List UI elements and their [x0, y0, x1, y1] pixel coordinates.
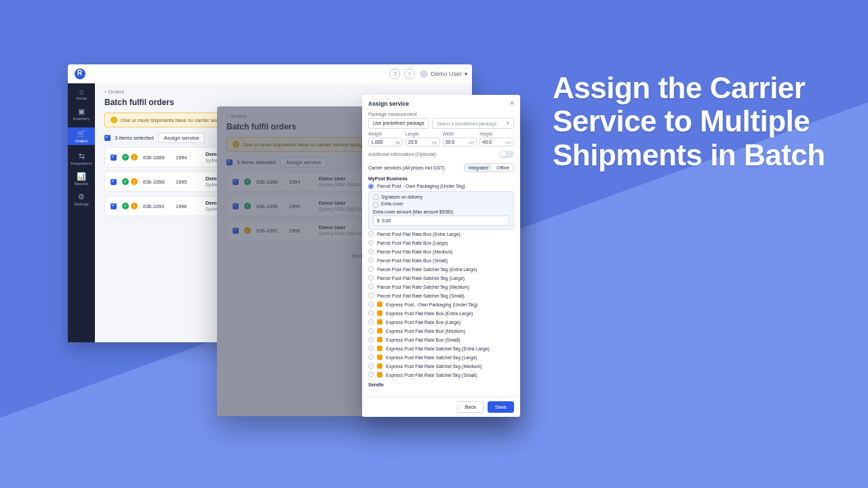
- service-option[interactable]: Parcel Post Flat Rate Satchel 5kg (Small…: [368, 291, 514, 300]
- radio-icon: [368, 319, 374, 325]
- row-checkbox[interactable]: [111, 203, 117, 209]
- service-option[interactable]: Express Post Flat Rate Satchel 5kg (Larg…: [368, 353, 514, 362]
- radio-icon: [368, 293, 374, 298]
- radio-icon: [368, 184, 374, 189]
- additional-info-label: Additional information (Optional): [368, 152, 436, 157]
- carrier-services-label: Carrier services (All prices incl GST): [368, 165, 445, 170]
- topbar: ? ✧ Demo User ▾: [68, 64, 472, 83]
- width-input[interactable]: 30.0cm: [443, 138, 477, 146]
- service-option[interactable]: Parcel Post Flat Rate Satchel 5kg (Extra…: [368, 265, 514, 274]
- predefined-package-select[interactable]: Select a predefined package ▾: [432, 118, 514, 129]
- selected-service-options: Signature on delivery Extra cover Extra …: [368, 191, 514, 230]
- app-logo-icon: [75, 68, 85, 79]
- help-icon[interactable]: ?: [389, 68, 400, 79]
- cart-icon: 🛒: [68, 129, 95, 138]
- service-option[interactable]: Parcel Post Flat Rate Box (Small): [368, 256, 514, 265]
- radio-icon: [368, 354, 374, 360]
- radio-icon: [368, 275, 374, 281]
- hero-headline: Assign the Carrier Service to Multiple S…: [553, 71, 868, 171]
- integrations-icon: ⇆: [68, 152, 95, 161]
- select-all-checkbox[interactable]: [104, 135, 111, 141]
- user-name: Demo User: [431, 70, 462, 77]
- check-icon: ✓: [122, 203, 129, 209]
- radio-icon: [368, 372, 374, 378]
- service-option[interactable]: Express Post Flat Rate Box (Extra Large): [368, 309, 514, 318]
- warning-icon: !: [131, 178, 138, 185]
- service-option[interactable]: Parcel Post Flat Rate Satchel 5kg (Mediu…: [368, 283, 514, 291]
- modal-title: Assign service: [368, 100, 409, 107]
- assign-service-button[interactable]: Assign service: [158, 133, 205, 143]
- sidebar-item-orders[interactable]: 🛒Orders: [68, 127, 95, 145]
- weight-input[interactable]: 1.000kg: [368, 138, 403, 146]
- service-option[interactable]: Express Post - Own Packaging (Under 5kg): [368, 300, 514, 309]
- assign-service-modal: Assign service × Package measurement Use…: [362, 95, 520, 417]
- radio-icon: [368, 231, 374, 237]
- row-checkbox[interactable]: [111, 155, 117, 161]
- express-icon: [377, 319, 382, 325]
- sidebar-item-integrations[interactable]: ⇆Integrations: [68, 152, 95, 165]
- radio-icon: [368, 302, 374, 307]
- service-option[interactable]: Express Post Flat Rate Box (Small): [368, 336, 514, 344]
- service-option[interactable]: Express Post Flat Rate Satchel 5kg (Smal…: [368, 371, 514, 380]
- radio-icon: [368, 328, 374, 333]
- sidebar-item-inventory[interactable]: ▣Inventory: [68, 107, 95, 121]
- save-button[interactable]: Save: [488, 401, 514, 413]
- radio-icon: [368, 363, 374, 369]
- warning-icon: !: [131, 154, 138, 161]
- check-icon: ✓: [122, 154, 129, 161]
- service-option[interactable]: Express Post Flat Rate Satchel 5kg (Medi…: [368, 362, 514, 371]
- express-icon: [377, 363, 382, 369]
- service-option[interactable]: Parcel Post Flat Rate Box (Medium): [368, 247, 514, 256]
- express-icon: [377, 354, 382, 360]
- service-option[interactable]: Express Post Flat Rate Satchel 5kg (Extr…: [368, 344, 514, 353]
- radio-icon: [368, 258, 374, 263]
- warning-icon: !: [111, 117, 117, 123]
- avatar-icon: [420, 70, 428, 78]
- tab-integrated[interactable]: Integrated: [465, 164, 492, 171]
- sidebar-item-settings[interactable]: ⚙Settings: [68, 192, 95, 206]
- express-icon: [377, 310, 382, 316]
- express-icon: [377, 328, 382, 333]
- tab-offline[interactable]: Offline: [492, 164, 513, 171]
- reports-icon: 📊: [68, 172, 95, 181]
- service-option[interactable]: Express Post Flat Rate Box (Medium): [368, 327, 514, 336]
- radio-icon: [368, 284, 374, 289]
- close-icon[interactable]: ×: [510, 100, 514, 107]
- gear-icon: ⚙: [68, 192, 95, 201]
- check-icon: ✓: [122, 178, 129, 185]
- radio-icon: [368, 266, 374, 272]
- express-icon: [377, 337, 382, 342]
- extra-cover-label: Extra cover amount (Max amount $5000): [373, 209, 509, 214]
- sidebar-item-reports[interactable]: 📊Reports: [68, 172, 95, 186]
- breadcrumb[interactable]: ‹ Orders: [104, 89, 462, 95]
- service-option[interactable]: Parcel Post Flat Rate Box (Large): [368, 239, 514, 247]
- inventory-icon: ▣: [68, 107, 95, 116]
- user-menu[interactable]: Demo User ▾: [420, 70, 468, 78]
- express-icon: [377, 346, 382, 351]
- use-predefined-button[interactable]: Use predefined package: [368, 118, 429, 129]
- warning-icon: !: [131, 203, 138, 209]
- sidebar: ⌂Home ▣Inventory 🛒Orders ⇆Integrations 📊…: [68, 83, 95, 342]
- length-input[interactable]: 20.0cm: [406, 138, 440, 146]
- sidebar-item-home[interactable]: ⌂Home: [68, 87, 95, 100]
- additional-info-toggle[interactable]: [499, 150, 514, 158]
- chevron-down-icon: ▾: [465, 70, 468, 77]
- row-checkbox[interactable]: [111, 179, 117, 185]
- radio-icon: [368, 240, 374, 245]
- service-option[interactable]: Express Post Flat Rate Box (Large): [368, 318, 514, 327]
- radio-icon: [368, 310, 374, 316]
- service-source-tabs[interactable]: Integrated Offline: [464, 163, 514, 172]
- announce-icon[interactable]: ✧: [404, 68, 415, 79]
- provider-sendle: Sendle: [362, 380, 520, 388]
- height-input[interactable]: 40.0cm: [479, 138, 514, 146]
- extra-cover-checkbox[interactable]: Extra cover: [373, 201, 509, 207]
- service-option[interactable]: Parcel Post Flat Rate Satchel 5kg (Large…: [368, 274, 514, 283]
- pkg-measurement-label: Package measurement: [362, 110, 520, 118]
- signature-checkbox[interactable]: Signature on delivery: [373, 195, 509, 200]
- extra-cover-input[interactable]: $0.00: [373, 216, 509, 226]
- provider-mypost: MyPost Business: [362, 174, 520, 182]
- back-button[interactable]: Back: [457, 401, 484, 413]
- service-option[interactable]: Parcel Post Flat Rate Box (Extra Large): [368, 230, 514, 239]
- home-icon: ⌂: [68, 87, 95, 96]
- service-option[interactable]: Parcel Post - Own Packaging (Under 5kg): [368, 182, 514, 190]
